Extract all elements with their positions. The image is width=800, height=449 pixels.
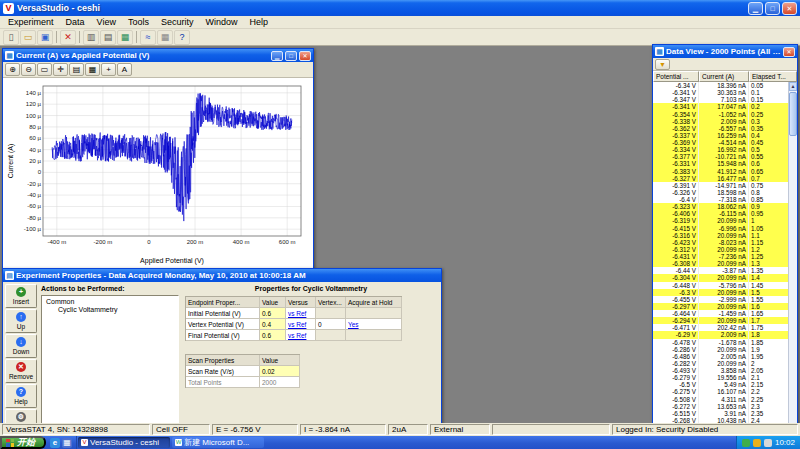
language-tray-icon[interactable] xyxy=(753,439,761,447)
tree-item-cyclic-voltammetry[interactable]: Cyclic Voltammetry xyxy=(42,305,178,313)
show-desktop-icon[interactable]: ▦ xyxy=(62,438,72,448)
table-row[interactable]: -6.486 V 2.005 nA 1.95 xyxy=(653,353,788,360)
close-icon[interactable]: ✕ xyxy=(782,2,797,15)
print-icon[interactable]: ▤ xyxy=(100,30,116,45)
table-row[interactable]: -6.3 V 20.099 nA 1.5 xyxy=(653,289,788,296)
properties-titlebar[interactable]: ▤ Experiment Properties - Data Acquired … xyxy=(3,269,441,282)
internet-explorer-icon[interactable]: e xyxy=(50,438,60,448)
table-row[interactable]: -6.337 V 16.259 nA 0.4 xyxy=(653,132,788,139)
prop-value-field[interactable]: 0.6 xyxy=(260,330,286,341)
table-row[interactable]: -6.338 V 2.009 nA 0.3 xyxy=(653,118,788,125)
table-row[interactable]: -6.319 V 20.099 nA 1 xyxy=(653,217,788,224)
report-icon[interactable]: ▦ xyxy=(117,30,133,45)
graph-icon[interactable]: ≈ xyxy=(140,30,156,45)
tree-group-common[interactable]: Common xyxy=(42,296,178,305)
table-row[interactable]: -6.369 V -4.514 nA 0.45 xyxy=(653,139,788,146)
menu-experiment[interactable]: Experiment xyxy=(2,16,60,28)
table-row[interactable]: -6.341 V 30.363 nA 0.1 xyxy=(653,89,788,96)
prop-value-field[interactable]: 0.4 xyxy=(260,319,286,330)
start-button[interactable]: 开始 xyxy=(0,436,46,449)
taskbar-item-versastudio[interactable]: V VersaStudio - ceshi xyxy=(78,437,170,448)
table-row[interactable]: -6.304 V 20.099 nA 1.4 xyxy=(653,274,788,281)
copy-icon[interactable]: ▥ xyxy=(83,30,99,45)
table-row[interactable]: -6.406 V -6.115 nA 0.95 xyxy=(653,210,788,217)
column-header-elapsed[interactable]: Elapsed T... xyxy=(749,71,797,82)
menu-window[interactable]: Window xyxy=(199,16,243,28)
save-icon[interactable]: ▣ xyxy=(37,30,53,45)
prop-versus-link[interactable]: vs Ref xyxy=(286,319,316,330)
table-row[interactable]: -6.508 V 4.311 nA 2.25 xyxy=(653,396,788,403)
data-cursor-icon[interactable]: + xyxy=(101,63,116,76)
help-button[interactable]: ? Help xyxy=(5,384,37,408)
table-row[interactable]: -6.286 V 20.099 nA 1.9 xyxy=(653,346,788,353)
table-row[interactable]: -6.478 V -1.678 nA 1.85 xyxy=(653,339,788,346)
table-row[interactable]: -6.308 V 20.099 nA 1.3 xyxy=(653,260,788,267)
taskbar-item-document[interactable]: W 新建 Microsoft D... xyxy=(172,437,264,448)
menu-security[interactable]: Security xyxy=(155,16,200,28)
data-view-titlebar[interactable]: ▦ Data View - 2000 Points (All Se... ✕ xyxy=(653,45,797,58)
table-row[interactable]: -6.455 V -2.999 nA 1.55 xyxy=(653,296,788,303)
table-row[interactable]: -6.275 V 16.107 nA 2.2 xyxy=(653,388,788,395)
table-row[interactable]: -6.341 V 17.047 nA 0.2 xyxy=(653,103,788,110)
prop-versus-link[interactable]: vs Ref xyxy=(286,308,316,319)
table-row[interactable]: -6.316 V 20.099 nA 1.1 xyxy=(653,232,788,239)
data-view-scrollbar[interactable]: ▲ ▼ xyxy=(788,82,797,435)
open-icon[interactable]: ▭ xyxy=(20,30,36,45)
table-row[interactable]: -6.312 V 20.099 nA 1.2 xyxy=(653,246,788,253)
prop-value-field[interactable]: 0.02 xyxy=(260,366,300,377)
antivirus-tray-icon[interactable] xyxy=(742,439,750,447)
menu-data[interactable]: Data xyxy=(60,16,91,28)
prop-acquire-link[interactable]: Yes xyxy=(346,319,402,330)
zoom-out-icon[interactable]: ⊖ xyxy=(21,63,36,76)
remove-button[interactable]: ✕ Remove xyxy=(5,359,37,383)
table-row[interactable]: -6.326 V 18.598 nA 0.8 xyxy=(653,189,788,196)
menu-help[interactable]: Help xyxy=(243,16,274,28)
clock[interactable]: 10:02 xyxy=(775,438,795,447)
volume-tray-icon[interactable] xyxy=(764,439,772,447)
prop-vertex-field[interactable]: 0 xyxy=(316,319,346,330)
table-row[interactable]: -6.323 V 18.062 nA 0.9 xyxy=(653,203,788,210)
annotate-icon[interactable]: A xyxy=(117,63,132,76)
table-row[interactable]: -6.383 V 41.912 nA 0.65 xyxy=(653,168,788,175)
maximize-icon[interactable]: □ xyxy=(765,2,780,15)
table-row[interactable]: -6.297 V 20.099 nA 1.6 xyxy=(653,303,788,310)
table-row[interactable]: -6.44 V -3.87 nA 1.35 xyxy=(653,267,788,274)
actions-list[interactable]: Common Cyclic Voltammetry xyxy=(41,295,179,433)
delete-icon[interactable]: ✕ xyxy=(60,30,76,45)
table-row[interactable]: -6.423 V -8.023 nA 1.15 xyxy=(653,239,788,246)
help-icon[interactable]: ? xyxy=(174,30,190,45)
menu-view[interactable]: View xyxy=(91,16,122,28)
minimize-icon[interactable]: ▁ xyxy=(748,2,763,15)
table-row[interactable]: -6.4 V -7.318 nA 0.85 xyxy=(653,196,788,203)
data-table-icon[interactable]: ▦ xyxy=(157,30,173,45)
table-row[interactable]: -6.431 V -7.236 nA 1.25 xyxy=(653,253,788,260)
chart-window-titlebar[interactable]: ▦ Current (A) vs Applied Potential (V) ▁… xyxy=(3,49,313,62)
main-titlebar[interactable]: V VersaStudio - ceshi ▁ □ ✕ xyxy=(0,0,800,16)
table-row[interactable]: -6.362 V -6.557 nA 0.35 xyxy=(653,125,788,132)
down-button[interactable]: ↓ Down xyxy=(5,334,37,358)
scroll-up-icon[interactable]: ▲ xyxy=(789,82,797,91)
data-view-close-icon[interactable]: ✕ xyxy=(783,47,795,57)
table-row[interactable]: -6.464 V -1.459 nA 1.65 xyxy=(653,310,788,317)
chart-close-icon[interactable]: ✕ xyxy=(299,51,311,61)
table-row[interactable]: -6.354 V -1.052 nA 0.25 xyxy=(653,111,788,118)
table-row[interactable]: -6.515 V 3.91 nA 2.35 xyxy=(653,410,788,417)
table-row[interactable]: -6.282 V 20.099 nA 2 xyxy=(653,360,788,367)
filter-icon[interactable]: ▼ xyxy=(655,59,670,70)
table-row[interactable]: -6.391 V -14.971 nA 0.75 xyxy=(653,182,788,189)
scrollbar-thumb[interactable] xyxy=(789,92,797,136)
new-experiment-icon[interactable]: ▯ xyxy=(3,30,19,45)
table-row[interactable]: -6.493 V 3.858 nA 2.05 xyxy=(653,367,788,374)
chart-minimize-icon[interactable]: ▁ xyxy=(271,51,283,61)
table-row[interactable]: -6.327 V 16.477 nA 0.7 xyxy=(653,175,788,182)
table-row[interactable]: -6.34 V 18.396 nA 0.05 xyxy=(653,82,788,89)
zoom-box-icon[interactable]: ▭ xyxy=(37,63,52,76)
table-row[interactable]: -6.334 V 16.992 nA 0.5 xyxy=(653,146,788,153)
prop-value-field[interactable]: 0.6 xyxy=(260,308,286,319)
column-header-current[interactable]: Current (A) xyxy=(699,71,749,82)
table-row[interactable]: -6.377 V -10.721 nA 0.55 xyxy=(653,153,788,160)
table-row[interactable]: -6.279 V 19.556 nA 2.1 xyxy=(653,374,788,381)
chart-maximize-icon[interactable]: □ xyxy=(285,51,297,61)
table-row[interactable]: -6.5 V 5.49 nA 2.15 xyxy=(653,381,788,388)
table-row[interactable]: -6.347 V 7.103 nA 0.15 xyxy=(653,96,788,103)
